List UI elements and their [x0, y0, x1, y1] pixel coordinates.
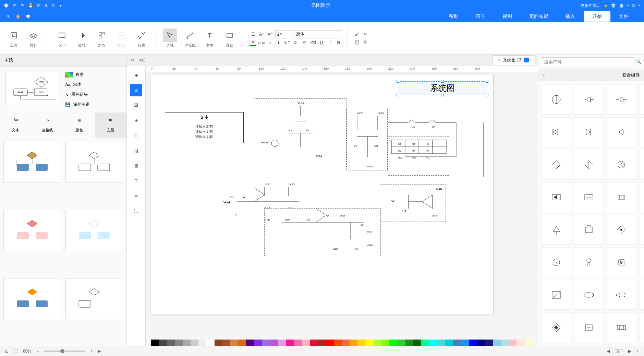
superscript-icon[interactable]: X²	[301, 39, 308, 46]
color-swatch[interactable]	[405, 340, 413, 346]
color-swatch[interactable]	[246, 340, 254, 346]
color-swatch[interactable]	[302, 340, 310, 346]
color-swatch[interactable]	[509, 340, 517, 346]
theme-tab-connector[interactable]: ↘连接线	[32, 112, 63, 138]
color-swatch[interactable]	[342, 340, 350, 346]
fill-tool-icon[interactable]: ◆	[130, 69, 142, 81]
symbol-item[interactable]	[574, 182, 604, 212]
org-tool-icon[interactable]: ⇄	[130, 190, 142, 202]
text-annotation-box[interactable]: 文本 请插入文本! 请插入文本! 请插入文本!	[165, 112, 244, 143]
menu-tab-insert[interactable]: 插入	[557, 11, 584, 22]
theme-opt-connector[interactable]: ↘黑色箭头	[65, 92, 89, 97]
cursor-tool-icon[interactable]: ↖	[7, 14, 10, 19]
color-swatch[interactable]	[525, 340, 533, 346]
image-tool-icon[interactable]: 🖼	[130, 99, 142, 111]
color-swatch[interactable]	[413, 340, 421, 346]
color-swatch[interactable]	[270, 340, 278, 346]
zoom-in-icon[interactable]: +	[90, 349, 93, 354]
grid-icon[interactable]: ▦	[619, 3, 623, 8]
theme-item[interactable]	[65, 278, 123, 319]
color-swatch[interactable]	[381, 340, 389, 346]
theme-opt-save[interactable]: 💾保存主题	[65, 102, 89, 107]
undo-icon[interactable]: ↶	[13, 3, 16, 8]
font-smaller-icon[interactable]: A⁻	[258, 31, 265, 38]
menu-extra[interactable]: 更多功能…	[580, 3, 601, 9]
theme-tab-theme[interactable]: ⊞主题	[95, 112, 126, 138]
menu-tab-help[interactable]: 帮助	[440, 11, 467, 22]
color-swatch[interactable]	[334, 340, 342, 346]
cut-icon[interactable]: ✂	[362, 31, 369, 38]
bold-icon[interactable]: B	[335, 39, 342, 46]
format-painter-icon[interactable]: 🖌	[353, 31, 360, 38]
symbol-item[interactable]	[607, 117, 636, 147]
color-swatch[interactable]	[453, 340, 461, 346]
chart-tool-icon[interactable]: 📊	[130, 144, 142, 157]
circuit-module-2[interactable]: VCCGNDC2C3GND	[347, 109, 388, 170]
circuit-module-3[interactable]: R5R4R3R8R7R6R12R11R10	[388, 136, 449, 176]
paste-icon[interactable]: 📋	[353, 39, 360, 46]
symbol-item[interactable]: X/Y	[639, 280, 644, 310]
next-page-icon[interactable]: ▶	[628, 349, 631, 354]
theme-opt-color[interactable]: 春意	[65, 72, 89, 78]
clear-format-icon[interactable]: ⌫	[309, 39, 316, 46]
color-swatch[interactable]	[262, 340, 270, 346]
tab-close-icon[interactable]: ×	[498, 58, 500, 62]
color-swatch[interactable]	[278, 340, 286, 346]
color-swatch[interactable]	[183, 340, 191, 346]
bullet-icon[interactable]: ≡	[267, 39, 274, 46]
color-swatch[interactable]	[397, 340, 405, 346]
symbol-item[interactable]	[542, 182, 571, 212]
symbol-item[interactable]	[607, 312, 636, 342]
size-button[interactable]	[55, 28, 69, 42]
color-swatch[interactable]	[485, 340, 493, 346]
menu-tab-layout[interactable]: 页面布局	[521, 11, 557, 22]
line-height-icon[interactable]: ⬍	[275, 39, 282, 46]
canvas[interactable]: 0204060801001201401601802002202402602803…	[146, 66, 538, 346]
symbol-item[interactable]	[574, 85, 604, 115]
color-swatch[interactable]	[437, 340, 445, 346]
symbol-item[interactable]	[574, 247, 604, 277]
color-swatch[interactable]	[501, 340, 509, 346]
circuit-module-6[interactable]: R30R19V3IC3BC6R16R18R17GND	[264, 208, 381, 256]
color-swatch[interactable]	[159, 340, 167, 346]
panel-collapse-icon[interactable]: ≪	[136, 55, 147, 65]
diagram-title-selected[interactable]: 系统图	[398, 81, 487, 95]
symbol-item[interactable]	[542, 85, 571, 115]
symbol-item[interactable]	[542, 150, 571, 180]
indent-icon[interactable]: ☰	[250, 31, 256, 38]
symbol-item[interactable]	[639, 247, 644, 277]
underline-icon[interactable]: U	[318, 39, 325, 46]
maximize-button[interactable]: □	[632, 3, 635, 8]
theme-opt-font[interactable]: Aa宋体	[65, 82, 89, 87]
circuit-module-1[interactable]: VCCR1R2PWMIC1A	[254, 98, 347, 167]
shirt-icon[interactable]: 👕	[611, 3, 616, 8]
theme-item[interactable]	[3, 278, 61, 319]
select-button[interactable]	[163, 28, 177, 42]
color-swatch[interactable]	[469, 340, 477, 346]
minimize-button[interactable]: −	[627, 3, 629, 8]
color-swatch[interactable]	[357, 340, 365, 346]
symbol-item[interactable]	[607, 182, 636, 212]
hand-tool-icon[interactable]: ✋	[15, 14, 21, 19]
layer-button[interactable]	[27, 28, 40, 42]
zoom-slider[interactable]	[44, 351, 85, 352]
rotate-button[interactable]	[75, 28, 89, 42]
theme-item[interactable]	[3, 210, 61, 251]
symbol-item[interactable]	[639, 215, 644, 245]
symbol-item[interactable]	[639, 150, 644, 180]
color-swatch[interactable]	[445, 340, 453, 346]
color-swatch[interactable]	[310, 340, 318, 346]
symbol-item[interactable]	[639, 117, 644, 147]
symbol-item[interactable]	[542, 280, 571, 310]
font-size-input[interactable]	[275, 30, 292, 38]
color-swatch[interactable]	[222, 340, 230, 346]
canvas-page[interactable]: 系统图 文本 请插入文本! 请插入文本! 请	[151, 74, 494, 314]
menu-tab-symbol[interactable]: 符号	[467, 11, 494, 22]
color-swatch[interactable]	[254, 340, 262, 346]
connector-button[interactable]	[183, 28, 197, 42]
color-swatch[interactable]	[238, 340, 246, 346]
combine-button[interactable]	[115, 28, 129, 42]
subscript-icon[interactable]: X₂	[292, 39, 299, 46]
circuit-module-4[interactable]: IC1BR14C5R13	[381, 184, 446, 222]
italic-icon[interactable]: I	[327, 39, 333, 46]
